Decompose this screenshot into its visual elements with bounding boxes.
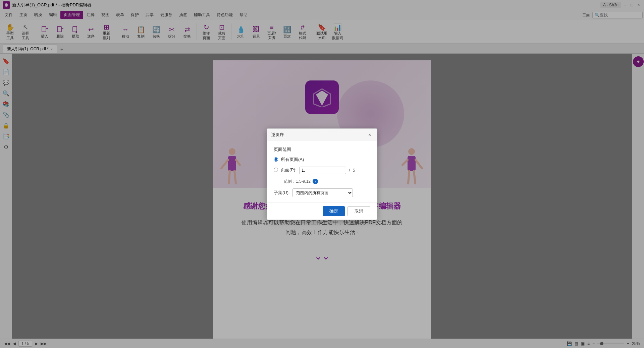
dialog-footer: 确定 取消 bbox=[267, 202, 377, 220]
radio-page-label[interactable]: 页面(P): bbox=[281, 167, 297, 173]
dialog-titlebar: 逆页序 × bbox=[267, 129, 377, 141]
page-range-input[interactable] bbox=[299, 167, 346, 174]
reverse-pages-dialog: 逆页序 × 页面范围 所有页面(A) 页面(P): / 5 bbox=[267, 128, 377, 220]
radio-page-range[interactable] bbox=[274, 168, 278, 172]
radio-page-range-row: 页面(P): / 5 bbox=[274, 166, 370, 174]
section-title: 页面范围 bbox=[274, 147, 370, 153]
subset-select[interactable]: 范围内的所有页面 仅奇数页 仅偶数页 bbox=[292, 188, 353, 197]
modal-overlay: 逆页序 × 页面范围 所有页面(A) 页面(P): / 5 bbox=[0, 0, 644, 348]
page-range-group: 所有页面(A) 页面(P): / 5 范例：1,5-9,12 i bbox=[274, 157, 370, 184]
dialog-title: 逆页序 bbox=[271, 132, 284, 138]
radio-all-pages-label[interactable]: 所有页面(A) bbox=[281, 157, 304, 163]
page-total: 5 bbox=[353, 168, 355, 173]
radio-all-pages[interactable] bbox=[274, 157, 278, 162]
example-text: 范例：1,5-9,12 bbox=[284, 179, 311, 184]
page-range-input-area: / 5 bbox=[299, 167, 355, 174]
subset-row: 子集(U): 范围内的所有页面 仅奇数页 仅偶数页 bbox=[274, 188, 370, 197]
confirm-button[interactable]: 确定 bbox=[323, 206, 345, 216]
radio-all-pages-row: 所有页面(A) bbox=[274, 157, 370, 163]
dialog-close-button[interactable]: × bbox=[366, 131, 373, 138]
info-icon[interactable]: i bbox=[313, 179, 318, 184]
subset-label: 子集(U): bbox=[274, 190, 290, 196]
dialog-body: 页面范围 所有页面(A) 页面(P): / 5 bbox=[267, 141, 377, 202]
page-example: 范例：1,5-9,12 i bbox=[284, 179, 370, 184]
cancel-button[interactable]: 取消 bbox=[347, 206, 370, 216]
page-separator: / bbox=[349, 168, 350, 173]
